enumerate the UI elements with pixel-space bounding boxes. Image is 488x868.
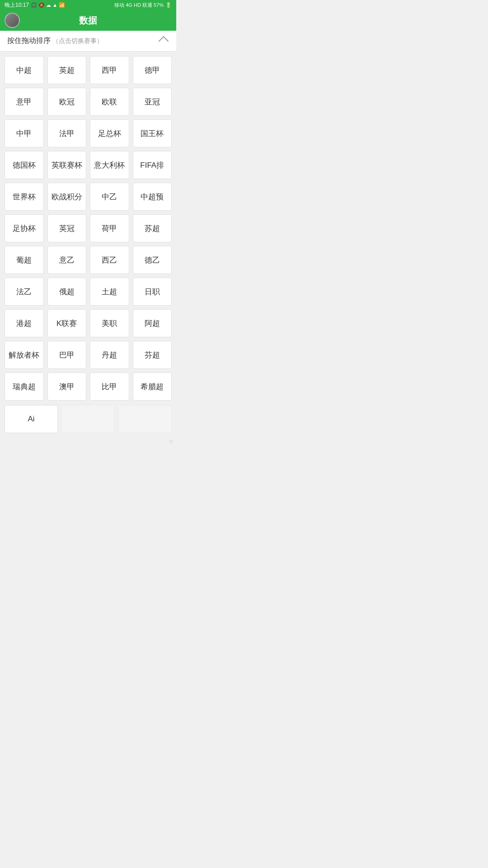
league-item[interactable]: 英联赛杯: [47, 151, 87, 179]
league-item[interactable]: 西甲: [90, 56, 129, 84]
status-bar: 晚上10:17 🎧 🔕 ☁ ▲ 📶 移动 4G HD 联通 57% 🔋: [0, 0, 176, 10]
league-item[interactable]: 港超: [5, 309, 44, 337]
league-item[interactable]: 芬超: [133, 341, 172, 369]
league-item[interactable]: 丹超: [90, 341, 129, 369]
league-item[interactable]: 西乙: [90, 246, 129, 274]
league-item[interactable]: 英冠: [47, 214, 87, 242]
collapse-icon[interactable]: [159, 36, 169, 46]
avatar[interactable]: [5, 13, 20, 28]
league-item[interactable]: 德乙: [133, 246, 172, 274]
league-item[interactable]: 土超: [90, 278, 129, 306]
league-item[interactable]: 中甲: [5, 119, 44, 147]
league-item[interactable]: 阿超: [133, 309, 172, 337]
league-item[interactable]: 法甲: [47, 119, 87, 147]
league-item[interactable]: 中乙: [90, 183, 129, 211]
sort-hint-text[interactable]: （点击切换赛事）: [52, 37, 103, 44]
league-item[interactable]: 日职: [133, 278, 172, 306]
league-item[interactable]: 比甲: [90, 373, 129, 401]
league-grid: 中超英超西甲德甲意甲欧冠欧联亚冠中甲法甲足总杯国王杯德国杯英联赛杯意大利杯FIF…: [0, 52, 176, 405]
partial-placeholder: [61, 405, 115, 433]
league-item[interactable]: 荷甲: [90, 214, 129, 242]
league-item[interactable]: 德甲: [133, 56, 172, 84]
league-item[interactable]: 中超预: [133, 183, 172, 211]
league-item[interactable]: FIFA排: [133, 151, 172, 179]
watermark: ©: [0, 438, 176, 446]
league-item[interactable]: 世界杯: [5, 183, 44, 211]
league-item[interactable]: 意大利杯: [90, 151, 129, 179]
ai-item[interactable]: Ai: [5, 405, 58, 433]
league-item[interactable]: 意甲: [5, 88, 44, 116]
league-item[interactable]: 葡超: [5, 246, 44, 274]
league-item[interactable]: 苏超: [133, 214, 172, 242]
status-icons: 🎧 🔕 ☁ ▲ 📶: [31, 2, 65, 8]
status-time: 晚上10:17 🎧 🔕 ☁ ▲ 📶: [5, 1, 65, 9]
league-item[interactable]: K联赛: [47, 309, 87, 337]
partial-row: Ai: [0, 405, 176, 438]
league-item[interactable]: 欧冠: [47, 88, 87, 116]
status-right: 移动 4G HD 联通 57% 🔋: [114, 2, 172, 9]
league-item[interactable]: 意乙: [47, 246, 87, 274]
page-title: 数据: [79, 14, 97, 27]
league-item[interactable]: 英超: [47, 56, 87, 84]
app-header: 数据: [0, 10, 176, 31]
league-item[interactable]: 希腊超: [133, 373, 172, 401]
league-item[interactable]: 澳甲: [47, 373, 87, 401]
league-item[interactable]: 足协杯: [5, 214, 44, 242]
league-item[interactable]: 德国杯: [5, 151, 44, 179]
league-item[interactable]: 欧联: [90, 88, 129, 116]
battery-icon: 🔋: [165, 2, 172, 8]
watermark-text: ©: [169, 439, 173, 444]
time-display: 晚上10:17: [5, 1, 29, 9]
league-item[interactable]: 解放者杯: [5, 341, 44, 369]
league-item[interactable]: 美职: [90, 309, 129, 337]
league-item[interactable]: 巴甲: [47, 341, 87, 369]
league-item[interactable]: 国王杯: [133, 119, 172, 147]
league-item[interactable]: 俄超: [47, 278, 87, 306]
sort-bar: 按住拖动排序 （点击切换赛事）: [0, 31, 176, 52]
sort-label-text: 按住拖动排序: [7, 37, 51, 44]
network-status: 移动 4G HD 联通 57%: [114, 2, 164, 9]
sort-label: 按住拖动排序 （点击切换赛事）: [7, 36, 103, 46]
league-item[interactable]: 亚冠: [133, 88, 172, 116]
avatar-image: [5, 13, 20, 28]
league-item[interactable]: 瑞典超: [5, 373, 44, 401]
partial-placeholder: [118, 405, 172, 433]
league-item[interactable]: 法乙: [5, 278, 44, 306]
league-item[interactable]: 足总杯: [90, 119, 129, 147]
league-item[interactable]: 中超: [5, 56, 44, 84]
league-item[interactable]: 欧战积分: [47, 183, 87, 211]
